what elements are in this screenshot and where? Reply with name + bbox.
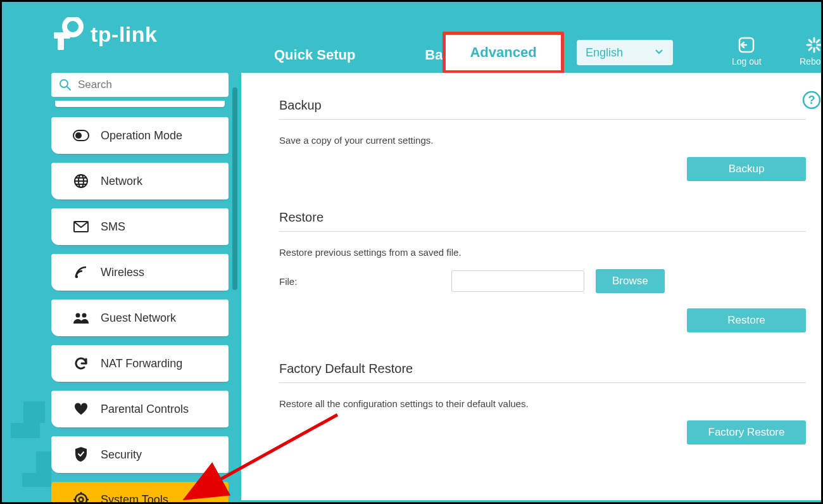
- header-bar: tp-link Quick Setup Basic Advanced Engli…: [2, 2, 821, 73]
- chevron-down-icon: [654, 46, 664, 60]
- sidebar-item-label: SMS: [101, 220, 125, 234]
- section-factory: Factory Default Restore Restore all the …: [279, 362, 808, 444]
- sidebar-scrollbar[interactable]: [232, 87, 237, 290]
- section-desc: Restore all the configuration settings t…: [279, 398, 808, 409]
- svg-point-25: [75, 494, 87, 504]
- decoration: [22, 473, 51, 487]
- tab-advanced[interactable]: Advanced: [443, 32, 564, 73]
- sidebar-prev-peek: [55, 101, 225, 107]
- section-restore: Restore Restore previous settings from a…: [279, 210, 808, 332]
- section-backup: Backup Save a copy of your current setti…: [279, 98, 808, 181]
- toggle-icon: [73, 127, 89, 144]
- svg-point-24: [82, 313, 87, 318]
- search-icon: [59, 79, 72, 91]
- svg-line-11: [817, 40, 819, 42]
- wifi-icon: [73, 264, 89, 280]
- svg-line-9: [817, 47, 819, 50]
- sidebar-item-network[interactable]: Network: [51, 163, 229, 199]
- decoration: [11, 423, 40, 438]
- brand-logo: tp-link: [54, 17, 157, 51]
- tab-advanced-label: Advanced: [451, 38, 556, 67]
- sidebar-item-system-tools[interactable]: System Tools: [51, 482, 229, 504]
- svg-line-8: [809, 40, 812, 42]
- arrows-cycle-icon: [73, 355, 89, 372]
- brand-text: tp-link: [91, 22, 157, 47]
- language-selected: English: [586, 46, 623, 60]
- file-label: File:: [279, 276, 451, 287]
- svg-line-13: [67, 87, 70, 90]
- search-input[interactable]: [78, 79, 221, 91]
- file-path-input[interactable]: [451, 270, 584, 292]
- sidebar-item-label: System Tools: [101, 493, 168, 505]
- factory-restore-button[interactable]: Factory Restore: [687, 420, 806, 444]
- sidebar-item-parental-controls[interactable]: Parental Controls: [51, 391, 229, 427]
- people-icon: [73, 310, 89, 326]
- svg-point-22: [75, 275, 78, 278]
- sidebar: Operation Mode Network SMS Wireless Gues…: [51, 73, 229, 500]
- sidebar-item-label: Operation Mode: [101, 129, 182, 142]
- section-title: Factory Default Restore: [279, 362, 806, 383]
- sidebar-item-label: Parental Controls: [101, 403, 189, 416]
- sidebar-item-operation-mode[interactable]: Operation Mode: [51, 117, 229, 154]
- section-title: Backup: [279, 98, 806, 120]
- sidebar-item-label: Network: [101, 175, 142, 188]
- tab-quick-setup[interactable]: Quick Setup: [255, 37, 374, 73]
- sidebar-item-sms[interactable]: SMS: [51, 208, 229, 245]
- browse-button[interactable]: Browse: [596, 269, 665, 293]
- heart-icon: [73, 401, 89, 417]
- reboot-button[interactable]: Reboot: [800, 36, 823, 66]
- svg-point-23: [76, 313, 80, 318]
- svg-line-10: [809, 47, 812, 50]
- svg-rect-2: [54, 32, 70, 39]
- svg-text:?: ?: [808, 94, 815, 106]
- language-select[interactable]: English: [577, 40, 673, 65]
- sidebar-item-wireless[interactable]: Wireless: [51, 254, 229, 291]
- logout-button[interactable]: Log out: [732, 36, 762, 66]
- decoration: [23, 401, 45, 423]
- shield-icon: [73, 446, 89, 463]
- reboot-icon: [805, 36, 823, 54]
- envelope-icon: [73, 218, 89, 235]
- globe-icon: [73, 173, 89, 189]
- file-row: File: Browse: [279, 269, 808, 293]
- section-desc: Save a copy of your current settings.: [279, 135, 808, 146]
- backup-button[interactable]: Backup: [687, 157, 806, 181]
- sidebar-item-label: Guest Network: [101, 312, 176, 325]
- sidebar-item-label: NAT Forwarding: [101, 357, 182, 370]
- restore-button[interactable]: Restore: [687, 308, 806, 332]
- tp-link-mark-icon: [54, 17, 84, 51]
- sidebar-item-guest-network[interactable]: Guest Network: [51, 299, 229, 336]
- logout-label: Log out: [732, 56, 762, 66]
- svg-point-12: [60, 80, 68, 87]
- logout-icon: [738, 36, 755, 54]
- sidebar-item-nat-forwarding[interactable]: NAT Forwarding: [51, 345, 229, 382]
- sidebar-item-security[interactable]: Security: [51, 436, 229, 473]
- sidebar-item-label: Wireless: [101, 266, 144, 279]
- gear-icon: [73, 491, 89, 504]
- svg-point-26: [79, 498, 84, 502]
- section-title: Restore: [279, 210, 806, 232]
- sidebar-item-label: Security: [101, 448, 142, 462]
- search-box[interactable]: [51, 73, 229, 97]
- section-desc: Restore previous settings from a saved f…: [279, 247, 808, 258]
- reboot-label: Reboot: [800, 56, 823, 66]
- svg-point-15: [75, 132, 82, 139]
- main-panel: ? Backup Save a copy of your current set…: [241, 73, 821, 500]
- help-icon[interactable]: ?: [802, 91, 821, 110]
